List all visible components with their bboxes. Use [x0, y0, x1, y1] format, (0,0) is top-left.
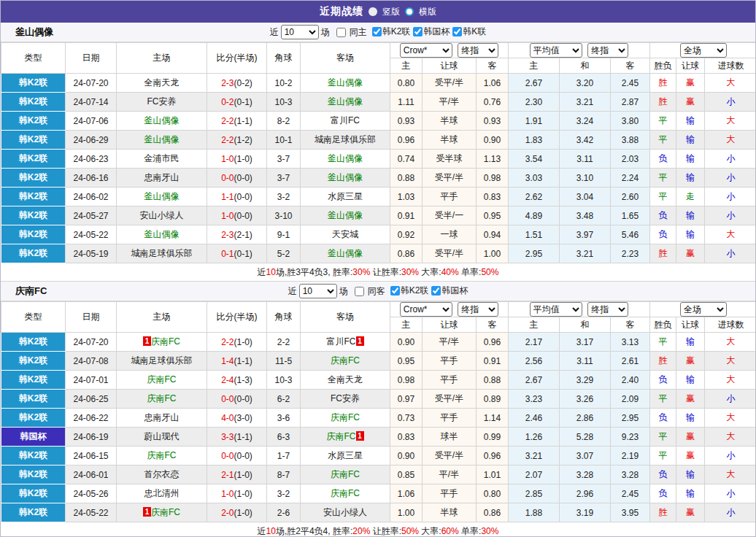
fulltime-score: 1-1: [221, 192, 234, 202]
avg-away-odds: 2.45: [611, 484, 650, 503]
league-checkbox-item[interactable]: 韩K联: [451, 26, 486, 38]
league-checkbox[interactable]: [390, 286, 400, 295]
scope-select[interactable]: 全场: [680, 302, 727, 317]
match-date: 24-06-29: [66, 131, 117, 150]
crow-handicap: 受平/半: [423, 244, 477, 263]
odds-stage-select-1[interactable]: 终指: [458, 43, 498, 58]
avg-home-odds: 3.21: [509, 447, 560, 465]
odds-stage-select-2[interactable]: 终指: [587, 43, 628, 58]
corner-cell: 3-6: [267, 409, 301, 428]
goals-result: 大: [705, 409, 756, 428]
league-label: 韩K联: [463, 26, 486, 38]
halftime-score: (1-1): [234, 116, 252, 126]
crow-home-odds: 0.91: [390, 206, 423, 225]
goals-result: 小: [705, 503, 756, 522]
wdl-result: 负: [650, 484, 676, 503]
same-venue-checkbox[interactable]: [336, 28, 346, 37]
match-row: 韩K2联24-07-201庆南FC2-2(1-0)2-2富川FC10.90平/半…: [1, 333, 756, 352]
team-label: 庆南FC: [147, 450, 177, 460]
avg-home-odds: 2.62: [509, 188, 560, 206]
home-team-cell: 忠南牙山: [117, 409, 207, 428]
team-label: 釜山偶像: [328, 248, 363, 258]
games-count-select[interactable]: 10: [299, 284, 337, 298]
col-corner: 角球: [267, 302, 301, 333]
sub-col-handicap-result: 让球: [676, 317, 705, 333]
crow-away-odds: 0.86: [477, 503, 509, 522]
team-label: 富川FC: [331, 115, 360, 125]
crow-home-odds: 0.83: [390, 428, 423, 447]
fulltime-score: 2-2: [221, 135, 234, 145]
avg-draw-odds: 5.28: [560, 428, 611, 447]
league-checkbox-item[interactable]: 韩国杯: [430, 285, 468, 297]
summary-segment: 近: [258, 267, 266, 277]
sub-col-avg-draw: 和: [560, 58, 611, 74]
league-checkbox[interactable]: [452, 27, 462, 36]
summary-segment: 20%: [352, 526, 370, 536]
avg-away-odds: 9.23: [611, 428, 650, 447]
handicap-result: 走: [676, 188, 705, 206]
match-date: 24-07-08: [66, 352, 117, 371]
summary-segment: 10: [266, 267, 276, 277]
team-label: 全南天龙: [144, 77, 180, 88]
league-checkbox-item[interactable]: 韩K2联: [371, 26, 411, 38]
match-date: 24-06-19: [66, 428, 117, 447]
odds-stage-select-1[interactable]: 终指: [458, 302, 498, 317]
avg-home-odds: 1.51: [509, 225, 560, 244]
average-select[interactable]: 平均值: [530, 43, 582, 58]
fulltime-score: 1-0: [221, 154, 234, 164]
away-team-cell: 城南足球俱乐部: [301, 131, 390, 150]
scope-select[interactable]: 全场: [680, 43, 727, 58]
wdl-result: 负: [650, 465, 676, 484]
crow-handicap: 球半: [423, 428, 477, 447]
horizontal-layout-radio[interactable]: [405, 7, 414, 16]
red-card-badge: 1: [356, 431, 364, 441]
vertical-layout-radio[interactable]: [369, 7, 377, 16]
col-home: 主场: [117, 43, 207, 74]
league-checkbox[interactable]: [431, 286, 441, 295]
handicap-result: 输: [676, 484, 705, 503]
league-checkbox[interactable]: [413, 27, 423, 36]
corner-cell: 3-2: [267, 484, 301, 503]
fulltime-score: 2-2: [221, 116, 234, 126]
crow-away-odds: 0.94: [477, 225, 509, 244]
match-date: 24-07-20: [66, 74, 117, 93]
team-label: FC安养: [147, 96, 177, 107]
vertical-layout-label[interactable]: 竖版: [382, 6, 400, 18]
match-type-cell: 韩K2联: [1, 465, 66, 484]
league-checkbox-item[interactable]: 韩K2联: [389, 285, 429, 297]
team-label: 庆南FC: [147, 374, 177, 385]
team-label: 庆南FC: [151, 507, 180, 517]
games-count-select[interactable]: 10: [281, 25, 319, 39]
bookmaker-select[interactable]: Crow*: [400, 302, 452, 317]
red-card-badge: 1: [356, 336, 364, 346]
crow-handicap: 受半/一: [423, 206, 477, 225]
fulltime-score: 0-1: [221, 249, 234, 259]
score-cell: 0-0(0-0): [207, 390, 267, 409]
recent-summary: 近10场,胜2平4负4, 胜率:20% 让胜率:50% 大率:60% 单率:30…: [1, 522, 755, 537]
sub-col-home-odds: 主: [390, 317, 423, 333]
bookmaker-select[interactable]: Crow*: [400, 43, 452, 58]
crow-away-odds: 0.90: [477, 131, 509, 150]
league-checkbox[interactable]: [372, 27, 382, 36]
halftime-score: (0-1): [234, 249, 252, 259]
team-label: 庆南FC: [147, 393, 177, 403]
avg-home-odds: 3.54: [509, 150, 560, 169]
goals-result: 小: [705, 484, 756, 503]
goals-result: 小: [705, 150, 756, 169]
score-cell: 2-4(1-3): [207, 371, 267, 390]
corner-cell: 9-1: [267, 225, 301, 244]
team-label: 安山小绿人: [323, 507, 367, 517]
average-select[interactable]: 平均值: [530, 302, 582, 317]
team-label: 釜山偶像: [328, 96, 363, 107]
fulltime-score: 2-2: [221, 337, 234, 347]
same-venue-checkbox[interactable]: [355, 287, 364, 296]
crow-home-odds: 1.03: [390, 188, 423, 206]
league-checkbox-item[interactable]: 韩国杯: [412, 26, 450, 38]
odds-stage-select-2[interactable]: 终指: [587, 302, 628, 317]
handicap-result: 赢: [676, 447, 705, 465]
match-type-cell: 韩K2联: [1, 150, 66, 169]
goals-result: 大: [705, 333, 756, 352]
home-team-cell: 釜山偶像: [117, 188, 207, 206]
score-cell: 3-3(1-1): [207, 428, 267, 447]
horizontal-layout-label[interactable]: 横版: [419, 6, 436, 18]
